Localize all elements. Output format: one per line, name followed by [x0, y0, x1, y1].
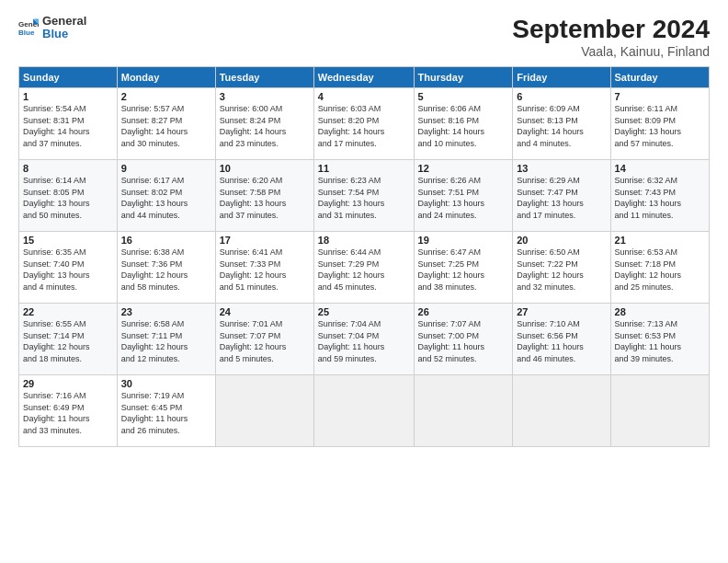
table-row [513, 375, 610, 447]
logo-general-text: General [42, 15, 86, 28]
table-row: 9Sunrise: 6:17 AM Sunset: 8:02 PM Daylig… [117, 160, 215, 232]
col-thursday: Thursday [414, 67, 513, 88]
day-number: 12 [418, 163, 509, 174]
table-row [414, 375, 513, 447]
table-row: 29Sunrise: 7:16 AM Sunset: 6:49 PM Dayli… [19, 375, 118, 447]
table-row: 20Sunrise: 6:50 AM Sunset: 7:22 PM Dayli… [513, 232, 610, 304]
col-saturday: Saturday [610, 67, 709, 88]
table-row: 3Sunrise: 6:00 AM Sunset: 8:24 PM Daylig… [215, 88, 313, 160]
logo-icon: General Blue [18, 17, 39, 38]
logo: General Blue General Blue [18, 15, 86, 41]
table-row: 10Sunrise: 6:20 AM Sunset: 7:58 PM Dayli… [215, 160, 313, 232]
day-number: 18 [318, 235, 410, 246]
day-number: 14 [615, 163, 705, 174]
day-info: Sunrise: 7:10 AM Sunset: 6:56 PM Dayligh… [517, 318, 606, 364]
table-row: 2Sunrise: 5:57 AM Sunset: 8:27 PM Daylig… [117, 88, 215, 160]
logo-blue-text: Blue [42, 28, 86, 40]
day-number: 24 [220, 306, 310, 317]
table-row: 6Sunrise: 6:09 AM Sunset: 8:13 PM Daylig… [513, 88, 610, 160]
day-info: Sunrise: 6:35 AM Sunset: 7:40 PM Dayligh… [23, 247, 113, 293]
day-info: Sunrise: 6:29 AM Sunset: 7:47 PM Dayligh… [517, 175, 606, 221]
day-number: 21 [615, 235, 705, 246]
day-number: 6 [517, 91, 606, 102]
col-tuesday: Tuesday [215, 67, 313, 88]
day-info: Sunrise: 6:26 AM Sunset: 7:51 PM Dayligh… [418, 175, 509, 221]
day-number: 25 [318, 306, 410, 317]
table-row: 22Sunrise: 6:55 AM Sunset: 7:14 PM Dayli… [19, 304, 118, 375]
day-number: 7 [615, 91, 705, 102]
day-info: Sunrise: 6:38 AM Sunset: 7:36 PM Dayligh… [121, 247, 211, 293]
calendar-page: General Blue General Blue September 2024… [0, 0, 728, 563]
day-info: Sunrise: 7:04 AM Sunset: 7:04 PM Dayligh… [318, 318, 410, 364]
table-row: 27Sunrise: 7:10 AM Sunset: 6:56 PM Dayli… [513, 304, 610, 375]
table-row: 1Sunrise: 5:54 AM Sunset: 8:31 PM Daylig… [19, 88, 118, 160]
table-row: 13Sunrise: 6:29 AM Sunset: 7:47 PM Dayli… [513, 160, 610, 232]
day-number: 8 [23, 163, 113, 174]
table-row: 30Sunrise: 7:19 AM Sunset: 6:45 PM Dayli… [117, 375, 215, 447]
day-number: 27 [517, 306, 606, 317]
day-info: Sunrise: 6:11 AM Sunset: 8:09 PM Dayligh… [615, 103, 705, 149]
table-row: 4Sunrise: 6:03 AM Sunset: 8:20 PM Daylig… [313, 88, 414, 160]
calendar-header-row: Sunday Monday Tuesday Wednesday Thursday… [19, 67, 710, 88]
day-info: Sunrise: 7:07 AM Sunset: 7:00 PM Dayligh… [418, 318, 509, 364]
day-info: Sunrise: 6:14 AM Sunset: 8:05 PM Dayligh… [23, 175, 113, 221]
table-row: 28Sunrise: 7:13 AM Sunset: 6:53 PM Dayli… [610, 304, 709, 375]
header: General Blue General Blue September 2024… [18, 15, 710, 59]
day-number: 11 [318, 163, 410, 174]
calendar-subtitle: Vaala, Kainuu, Finland [512, 44, 710, 59]
day-info: Sunrise: 7:01 AM Sunset: 7:07 PM Dayligh… [220, 318, 310, 364]
day-number: 26 [418, 306, 509, 317]
table-row [215, 375, 313, 447]
day-info: Sunrise: 6:20 AM Sunset: 7:58 PM Dayligh… [220, 175, 310, 221]
table-row: 16Sunrise: 6:38 AM Sunset: 7:36 PM Dayli… [117, 232, 215, 304]
day-number: 5 [418, 91, 509, 102]
table-row [313, 375, 414, 447]
col-wednesday: Wednesday [313, 67, 414, 88]
day-info: Sunrise: 7:13 AM Sunset: 6:53 PM Dayligh… [615, 318, 705, 364]
day-number: 4 [318, 91, 410, 102]
day-number: 9 [121, 163, 211, 174]
day-info: Sunrise: 5:57 AM Sunset: 8:27 PM Dayligh… [121, 103, 211, 149]
table-row: 19Sunrise: 6:47 AM Sunset: 7:25 PM Dayli… [414, 232, 513, 304]
day-number: 16 [121, 235, 211, 246]
day-number: 29 [23, 378, 113, 389]
table-row: 24Sunrise: 7:01 AM Sunset: 7:07 PM Dayli… [215, 304, 313, 375]
day-info: Sunrise: 6:58 AM Sunset: 7:11 PM Dayligh… [121, 318, 211, 364]
col-sunday: Sunday [19, 67, 118, 88]
day-number: 13 [517, 163, 606, 174]
day-info: Sunrise: 7:19 AM Sunset: 6:45 PM Dayligh… [121, 390, 211, 436]
calendar-title: September 2024 [512, 15, 710, 44]
day-number: 2 [121, 91, 211, 102]
table-row [610, 375, 709, 447]
day-info: Sunrise: 6:55 AM Sunset: 7:14 PM Dayligh… [23, 318, 113, 364]
table-row: 17Sunrise: 6:41 AM Sunset: 7:33 PM Dayli… [215, 232, 313, 304]
day-number: 1 [23, 91, 113, 102]
table-row: 15Sunrise: 6:35 AM Sunset: 7:40 PM Dayli… [19, 232, 118, 304]
table-row: 21Sunrise: 6:53 AM Sunset: 7:18 PM Dayli… [610, 232, 709, 304]
col-monday: Monday [117, 67, 215, 88]
day-number: 20 [517, 235, 606, 246]
table-row: 8Sunrise: 6:14 AM Sunset: 8:05 PM Daylig… [19, 160, 118, 232]
day-info: Sunrise: 7:16 AM Sunset: 6:49 PM Dayligh… [23, 390, 113, 436]
day-info: Sunrise: 6:44 AM Sunset: 7:29 PM Dayligh… [318, 247, 410, 293]
day-info: Sunrise: 6:09 AM Sunset: 8:13 PM Dayligh… [517, 103, 606, 149]
col-friday: Friday [513, 67, 610, 88]
table-row: 25Sunrise: 7:04 AM Sunset: 7:04 PM Dayli… [313, 304, 414, 375]
day-info: Sunrise: 6:23 AM Sunset: 7:54 PM Dayligh… [318, 175, 410, 221]
day-info: Sunrise: 5:54 AM Sunset: 8:31 PM Dayligh… [23, 103, 113, 149]
table-row: 18Sunrise: 6:44 AM Sunset: 7:29 PM Dayli… [313, 232, 414, 304]
table-row: 26Sunrise: 7:07 AM Sunset: 7:00 PM Dayli… [414, 304, 513, 375]
table-row: 12Sunrise: 6:26 AM Sunset: 7:51 PM Dayli… [414, 160, 513, 232]
day-number: 10 [220, 163, 310, 174]
day-number: 22 [23, 306, 113, 317]
day-number: 23 [121, 306, 211, 317]
day-info: Sunrise: 6:03 AM Sunset: 8:20 PM Dayligh… [318, 103, 410, 149]
table-row: 5Sunrise: 6:06 AM Sunset: 8:16 PM Daylig… [414, 88, 513, 160]
day-number: 15 [23, 235, 113, 246]
table-row: 7Sunrise: 6:11 AM Sunset: 8:09 PM Daylig… [610, 88, 709, 160]
title-block: September 2024 Vaala, Kainuu, Finland [512, 15, 710, 59]
day-info: Sunrise: 6:17 AM Sunset: 8:02 PM Dayligh… [121, 175, 211, 221]
day-info: Sunrise: 6:06 AM Sunset: 8:16 PM Dayligh… [418, 103, 509, 149]
day-info: Sunrise: 6:50 AM Sunset: 7:22 PM Dayligh… [517, 247, 606, 293]
day-number: 30 [121, 378, 211, 389]
